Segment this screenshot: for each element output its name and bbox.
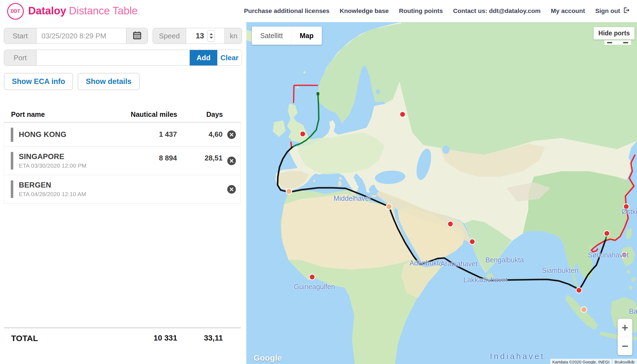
route-planner-panel: Start Speed 13 kn Port Add Clear Show EC… <box>0 22 246 364</box>
drag-handle[interactable] <box>11 128 13 142</box>
nav-knowledge-base[interactable]: Knowledge base <box>340 7 389 15</box>
google-logo[interactable]: Google <box>254 354 282 363</box>
row-miles: 1 437 <box>119 123 177 146</box>
stepper-down-icon[interactable] <box>210 37 213 39</box>
table-row-singapore: SINGAPOREETA 03/30/2020 12:00 PM 8 894 2… <box>4 146 241 175</box>
total-label: TOTAL <box>4 334 119 343</box>
calendar-icon <box>132 30 142 41</box>
total-miles: 10 331 <box>119 334 177 343</box>
nav-contact-us[interactable]: Contact us: ddt@dataloy.com <box>453 7 541 15</box>
map-type-satellite[interactable]: Satellitt <box>252 27 291 45</box>
row-miles <box>119 175 177 203</box>
drag-handle[interactable] <box>11 180 13 198</box>
map-type-control: Satellitt Map <box>252 27 322 45</box>
terms-link[interactable]: Bruksvilkår <box>612 359 637 364</box>
port-group: Port Add Clear <box>4 50 242 66</box>
map-attribution: Kartdata ©2020 Google, INEGI Bruksvilkår <box>550 358 637 364</box>
start-date-group: Start <box>4 28 148 44</box>
map-type-map[interactable]: Map <box>291 27 322 45</box>
zoom-out-button[interactable]: − <box>618 337 632 355</box>
port-input[interactable] <box>36 50 190 65</box>
world-map <box>246 22 637 364</box>
port-eta: ETA 03/30/2020 12:00 PM <box>19 162 119 169</box>
speed-unit: kn <box>224 28 242 44</box>
remove-port-button[interactable] <box>227 130 236 139</box>
port-eta: ETA 04/28/2020 12:10 AM <box>19 191 119 197</box>
row-days <box>177 175 223 203</box>
drag-handle[interactable] <box>11 152 13 170</box>
port-label: Port <box>4 50 36 65</box>
nav-my-account[interactable]: My account <box>551 7 585 15</box>
stepper-up-icon[interactable] <box>210 33 213 35</box>
map-zoom-control: + − <box>618 319 632 355</box>
col-nautical-miles: Nautical miles <box>119 110 177 118</box>
remove-port-button[interactable] <box>227 185 236 194</box>
app-header: DDT DataloyDistance Table Purchase addit… <box>0 0 637 22</box>
toggle-buttons: Show ECA info Show details <box>4 73 140 90</box>
table-row-bergen: BERGENETA 04/28/2020 12:10 AM <box>4 175 241 203</box>
dataloy-logo-icon: DDT <box>7 3 24 20</box>
sign-out-icon <box>623 7 630 15</box>
port-name: HONG KONG <box>19 130 119 139</box>
table-row-hong-kong: HONG KONG 1 437 4,60 <box>4 123 241 146</box>
nav-routing-points[interactable]: Routing points <box>399 7 443 15</box>
attribution-text: Kartdata ©2020 Google, INEGI <box>550 359 612 364</box>
total-row: TOTAL 10 331 33,11 <box>4 334 241 343</box>
start-label: Start <box>4 28 36 44</box>
clear-button[interactable]: Clear <box>217 50 242 65</box>
port-name: SINGAPORE <box>19 152 119 161</box>
hide-ports-button[interactable]: Hide ports <box>594 27 635 39</box>
row-days: 28,51 <box>177 147 223 175</box>
start-date-input[interactable] <box>36 28 126 44</box>
speed-label: Speed <box>153 28 186 44</box>
total-days: 33,11 <box>177 334 223 343</box>
partially-hidden-control <box>604 40 631 45</box>
row-miles: 8 894 <box>119 147 177 175</box>
port-list: HONG KONG 1 437 4,60 SINGAPOREETA 03/30/… <box>4 122 241 204</box>
add-port-button[interactable]: Add <box>190 50 217 65</box>
speed-group: Speed 13 kn <box>153 28 242 44</box>
remove-port-button[interactable] <box>227 157 236 165</box>
map-canvas[interactable]: Middelhavet Adenbukta Arabiahavet Bengal… <box>246 22 637 364</box>
row-days: 4,60 <box>177 123 223 146</box>
page-title: DataloyDistance Table <box>28 5 138 17</box>
nav-sign-out[interactable]: Sign out <box>595 7 630 15</box>
brand-name: Dataloy <box>28 5 66 17</box>
top-nav: Purchase additional licenses Knowledge b… <box>244 0 630 22</box>
speed-input[interactable]: 13 <box>186 28 224 44</box>
speed-value: 13 <box>196 32 204 40</box>
brand-suffix: Distance Table <box>69 5 138 17</box>
col-days: Days <box>177 110 223 118</box>
logo-badge: DDT <box>11 9 20 14</box>
total-divider <box>4 327 241 328</box>
show-eca-button[interactable]: Show ECA info <box>4 73 73 90</box>
table-header: Port name Nautical miles Days <box>4 110 241 118</box>
speed-stepper[interactable] <box>207 30 215 42</box>
col-port-name: Port name <box>4 110 119 118</box>
nav-purchase-licenses[interactable]: Purchase additional licenses <box>244 7 330 15</box>
zoom-in-button[interactable]: + <box>618 319 632 337</box>
show-details-button[interactable]: Show details <box>78 73 139 90</box>
port-name: BERGEN <box>19 181 119 189</box>
calendar-button[interactable] <box>126 28 148 44</box>
